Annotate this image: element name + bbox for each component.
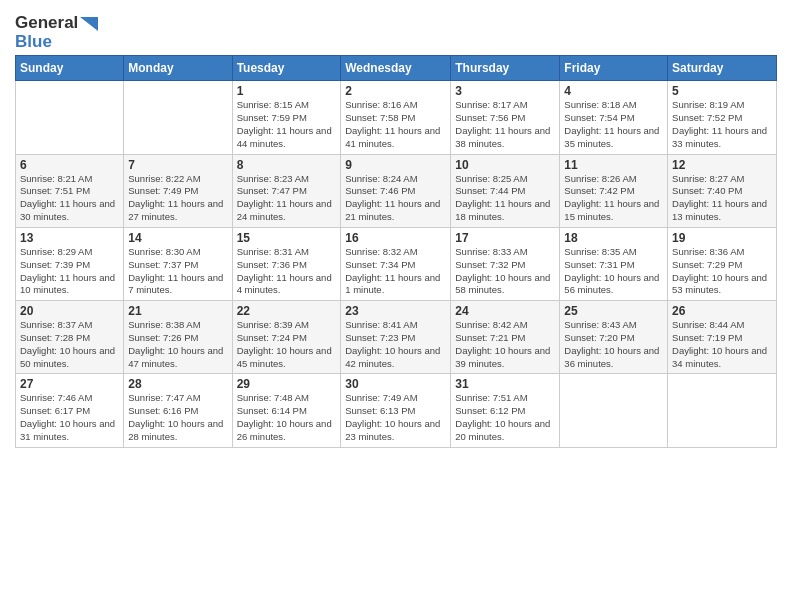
calendar-cell: 9Sunrise: 8:24 AM Sunset: 7:46 PM Daylig… xyxy=(341,154,451,227)
calendar-cell: 20Sunrise: 8:37 AM Sunset: 7:28 PM Dayli… xyxy=(16,301,124,374)
logo-blue: Blue xyxy=(15,32,52,51)
day-info: Sunrise: 8:22 AM Sunset: 7:49 PM Dayligh… xyxy=(128,173,227,224)
day-info: Sunrise: 8:27 AM Sunset: 7:40 PM Dayligh… xyxy=(672,173,772,224)
day-info: Sunrise: 7:46 AM Sunset: 6:17 PM Dayligh… xyxy=(20,392,119,443)
day-info: Sunrise: 8:43 AM Sunset: 7:20 PM Dayligh… xyxy=(564,319,663,370)
day-info: Sunrise: 8:31 AM Sunset: 7:36 PM Dayligh… xyxy=(237,246,337,297)
day-number: 25 xyxy=(564,304,663,318)
logo: General Blue xyxy=(15,14,98,51)
day-number: 29 xyxy=(237,377,337,391)
day-number: 14 xyxy=(128,231,227,245)
calendar-cell: 10Sunrise: 8:25 AM Sunset: 7:44 PM Dayli… xyxy=(451,154,560,227)
day-info: Sunrise: 8:24 AM Sunset: 7:46 PM Dayligh… xyxy=(345,173,446,224)
day-number: 18 xyxy=(564,231,663,245)
calendar-cell xyxy=(560,374,668,447)
calendar-day-header: Saturday xyxy=(668,56,777,81)
day-number: 13 xyxy=(20,231,119,245)
day-info: Sunrise: 7:51 AM Sunset: 6:12 PM Dayligh… xyxy=(455,392,555,443)
day-info: Sunrise: 7:48 AM Sunset: 6:14 PM Dayligh… xyxy=(237,392,337,443)
calendar-day-header: Friday xyxy=(560,56,668,81)
day-number: 30 xyxy=(345,377,446,391)
day-info: Sunrise: 8:18 AM Sunset: 7:54 PM Dayligh… xyxy=(564,99,663,150)
calendar-cell xyxy=(668,374,777,447)
calendar-cell: 13Sunrise: 8:29 AM Sunset: 7:39 PM Dayli… xyxy=(16,227,124,300)
calendar-cell: 6Sunrise: 8:21 AM Sunset: 7:51 PM Daylig… xyxy=(16,154,124,227)
day-info: Sunrise: 8:36 AM Sunset: 7:29 PM Dayligh… xyxy=(672,246,772,297)
calendar-cell: 2Sunrise: 8:16 AM Sunset: 7:58 PM Daylig… xyxy=(341,81,451,154)
calendar-table: SundayMondayTuesdayWednesdayThursdayFrid… xyxy=(15,55,777,447)
day-number: 24 xyxy=(455,304,555,318)
day-info: Sunrise: 8:21 AM Sunset: 7:51 PM Dayligh… xyxy=(20,173,119,224)
calendar-cell: 11Sunrise: 8:26 AM Sunset: 7:42 PM Dayli… xyxy=(560,154,668,227)
day-number: 9 xyxy=(345,158,446,172)
calendar-cell: 8Sunrise: 8:23 AM Sunset: 7:47 PM Daylig… xyxy=(232,154,341,227)
day-number: 27 xyxy=(20,377,119,391)
day-info: Sunrise: 8:39 AM Sunset: 7:24 PM Dayligh… xyxy=(237,319,337,370)
calendar-day-header: Sunday xyxy=(16,56,124,81)
day-info: Sunrise: 8:30 AM Sunset: 7:37 PM Dayligh… xyxy=(128,246,227,297)
day-number: 6 xyxy=(20,158,119,172)
day-info: Sunrise: 7:47 AM Sunset: 6:16 PM Dayligh… xyxy=(128,392,227,443)
page: General Blue SundayMondayTuesdayWednesda… xyxy=(0,0,792,612)
day-info: Sunrise: 8:16 AM Sunset: 7:58 PM Dayligh… xyxy=(345,99,446,150)
day-number: 12 xyxy=(672,158,772,172)
calendar-week-row: 1Sunrise: 8:15 AM Sunset: 7:59 PM Daylig… xyxy=(16,81,777,154)
calendar-cell: 29Sunrise: 7:48 AM Sunset: 6:14 PM Dayli… xyxy=(232,374,341,447)
calendar-cell: 14Sunrise: 8:30 AM Sunset: 7:37 PM Dayli… xyxy=(124,227,232,300)
calendar-cell: 16Sunrise: 8:32 AM Sunset: 7:34 PM Dayli… xyxy=(341,227,451,300)
day-number: 21 xyxy=(128,304,227,318)
calendar-week-row: 6Sunrise: 8:21 AM Sunset: 7:51 PM Daylig… xyxy=(16,154,777,227)
day-info: Sunrise: 8:32 AM Sunset: 7:34 PM Dayligh… xyxy=(345,246,446,297)
day-number: 7 xyxy=(128,158,227,172)
calendar-cell: 22Sunrise: 8:39 AM Sunset: 7:24 PM Dayli… xyxy=(232,301,341,374)
day-info: Sunrise: 8:15 AM Sunset: 7:59 PM Dayligh… xyxy=(237,99,337,150)
calendar-cell: 27Sunrise: 7:46 AM Sunset: 6:17 PM Dayli… xyxy=(16,374,124,447)
calendar-cell xyxy=(124,81,232,154)
calendar-week-row: 20Sunrise: 8:37 AM Sunset: 7:28 PM Dayli… xyxy=(16,301,777,374)
calendar-cell xyxy=(16,81,124,154)
day-info: Sunrise: 8:37 AM Sunset: 7:28 PM Dayligh… xyxy=(20,319,119,370)
svg-marker-0 xyxy=(80,17,98,31)
day-info: Sunrise: 8:44 AM Sunset: 7:19 PM Dayligh… xyxy=(672,319,772,370)
calendar-week-row: 13Sunrise: 8:29 AM Sunset: 7:39 PM Dayli… xyxy=(16,227,777,300)
calendar-body: 1Sunrise: 8:15 AM Sunset: 7:59 PM Daylig… xyxy=(16,81,777,447)
day-number: 22 xyxy=(237,304,337,318)
calendar-cell: 24Sunrise: 8:42 AM Sunset: 7:21 PM Dayli… xyxy=(451,301,560,374)
day-number: 15 xyxy=(237,231,337,245)
day-number: 11 xyxy=(564,158,663,172)
day-number: 17 xyxy=(455,231,555,245)
calendar-cell: 1Sunrise: 8:15 AM Sunset: 7:59 PM Daylig… xyxy=(232,81,341,154)
calendar-cell: 5Sunrise: 8:19 AM Sunset: 7:52 PM Daylig… xyxy=(668,81,777,154)
calendar-cell: 19Sunrise: 8:36 AM Sunset: 7:29 PM Dayli… xyxy=(668,227,777,300)
day-number: 2 xyxy=(345,84,446,98)
calendar-cell: 12Sunrise: 8:27 AM Sunset: 7:40 PM Dayli… xyxy=(668,154,777,227)
calendar-cell: 4Sunrise: 8:18 AM Sunset: 7:54 PM Daylig… xyxy=(560,81,668,154)
day-info: Sunrise: 8:19 AM Sunset: 7:52 PM Dayligh… xyxy=(672,99,772,150)
day-info: Sunrise: 8:35 AM Sunset: 7:31 PM Dayligh… xyxy=(564,246,663,297)
day-number: 23 xyxy=(345,304,446,318)
logo-general: General xyxy=(15,13,78,32)
header: General Blue xyxy=(15,10,777,51)
calendar-week-row: 27Sunrise: 7:46 AM Sunset: 6:17 PM Dayli… xyxy=(16,374,777,447)
day-info: Sunrise: 8:17 AM Sunset: 7:56 PM Dayligh… xyxy=(455,99,555,150)
calendar-cell: 21Sunrise: 8:38 AM Sunset: 7:26 PM Dayli… xyxy=(124,301,232,374)
day-number: 3 xyxy=(455,84,555,98)
logo-wordmark: General Blue xyxy=(15,14,98,51)
day-number: 10 xyxy=(455,158,555,172)
day-info: Sunrise: 8:29 AM Sunset: 7:39 PM Dayligh… xyxy=(20,246,119,297)
day-number: 1 xyxy=(237,84,337,98)
calendar-cell: 31Sunrise: 7:51 AM Sunset: 6:12 PM Dayli… xyxy=(451,374,560,447)
day-info: Sunrise: 7:49 AM Sunset: 6:13 PM Dayligh… xyxy=(345,392,446,443)
day-info: Sunrise: 8:41 AM Sunset: 7:23 PM Dayligh… xyxy=(345,319,446,370)
calendar-cell: 26Sunrise: 8:44 AM Sunset: 7:19 PM Dayli… xyxy=(668,301,777,374)
calendar-cell: 3Sunrise: 8:17 AM Sunset: 7:56 PM Daylig… xyxy=(451,81,560,154)
calendar-cell: 25Sunrise: 8:43 AM Sunset: 7:20 PM Dayli… xyxy=(560,301,668,374)
day-info: Sunrise: 8:23 AM Sunset: 7:47 PM Dayligh… xyxy=(237,173,337,224)
calendar-cell: 30Sunrise: 7:49 AM Sunset: 6:13 PM Dayli… xyxy=(341,374,451,447)
calendar-cell: 18Sunrise: 8:35 AM Sunset: 7:31 PM Dayli… xyxy=(560,227,668,300)
day-number: 26 xyxy=(672,304,772,318)
day-number: 16 xyxy=(345,231,446,245)
calendar-cell: 28Sunrise: 7:47 AM Sunset: 6:16 PM Dayli… xyxy=(124,374,232,447)
day-info: Sunrise: 8:33 AM Sunset: 7:32 PM Dayligh… xyxy=(455,246,555,297)
day-number: 20 xyxy=(20,304,119,318)
